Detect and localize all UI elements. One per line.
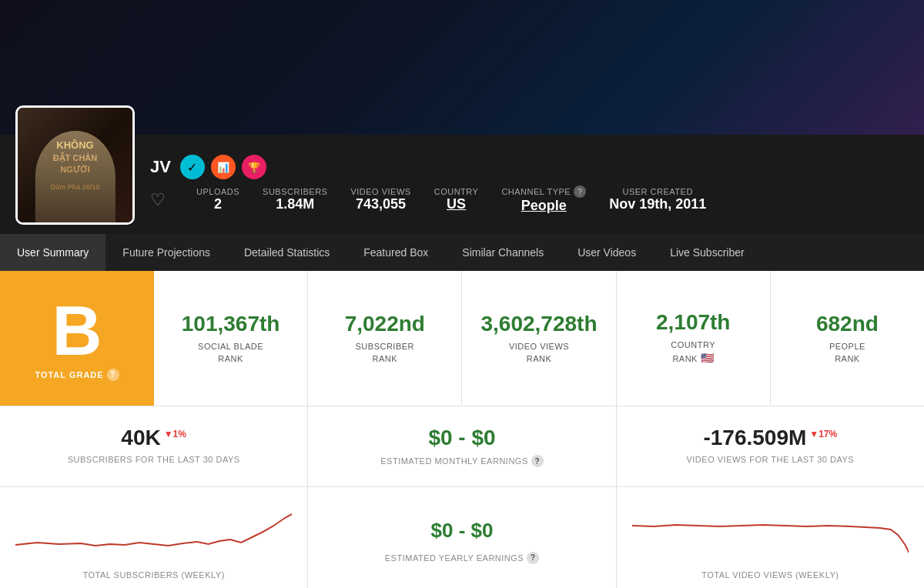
channel-icons: ✓ 📊 🏆 [180, 155, 266, 179]
rank-cells: 101,367th SOCIAL BLADERANK 7,022nd SUBSC… [154, 271, 924, 406]
verified-icon[interactable]: ✓ [180, 155, 205, 179]
video-views-30-days-card: -176.509M▼17% VIDEO VIEWS FOR THE LAST 3… [617, 406, 924, 486]
video-views-30-days-value: -176.509M▼17% [632, 426, 909, 450]
nav-detailed-statistics[interactable]: Detailed Statistics [227, 234, 346, 271]
content-area: B TOTAL GRADE ? 101,367th SOCIAL BLADERA… [0, 271, 924, 588]
video-views-weekly-title: TOTAL VIDEO VIEWS (WEEKLY) [632, 570, 909, 580]
subscribers-30-days-card: 40K▼1% SUBSCRIBERS FOR THE LAST 30 DAYS [0, 406, 308, 486]
channel-name: JV [150, 157, 171, 177]
yearly-earnings-label: ESTIMATED YEARLY EARNINGS ? [385, 552, 539, 564]
country-rank-value: 2,107th [656, 310, 731, 335]
people-rank-value: 682nd [816, 312, 879, 336]
video-views-rank-label: VIDEO VIEWSRANK [509, 341, 569, 365]
nav-live-subscriber[interactable]: Live Subscriber [653, 234, 762, 271]
social-blade-rank-value: 101,367th [182, 312, 280, 336]
estimated-monthly-earnings-label: ESTIMATED MONTHLY EARNINGS ? [323, 455, 600, 467]
banner-overlay [0, 0, 924, 135]
charts-row: TOTAL SUBSCRIBERS (WEEKLY) $0 - $0 ESTIM… [0, 487, 924, 588]
social-blade-rank-label: SOCIAL BLADERANK [198, 341, 263, 365]
video-views-30-days-label: VIDEO VIEWS FOR THE LAST 30 DAYS [632, 455, 909, 464]
subscriber-rank-value: 7,022nd [345, 312, 425, 336]
rank-cell-country: 2,107th COUNTRY RANK 🇺🇸 [617, 271, 771, 406]
subscribers-weekly-chart: TOTAL SUBSCRIBERS (WEEKLY) [0, 487, 308, 588]
rank-cell-video-views: 3,602,728th VIDEO VIEWSRANK [462, 271, 616, 406]
video-views-rank-value: 3,602,728th [481, 312, 598, 336]
heart-icon[interactable]: ♡ [150, 190, 166, 210]
stats-row: UPLOADS 2 SUBSCRIBERS 1.84M VIDEO VIEWS … [196, 185, 706, 214]
country-rank-label: COUNTRY RANK 🇺🇸 [671, 339, 715, 366]
yearly-earnings-card: $0 - $0 ESTIMATED YEARLY EARNINGS ? [308, 487, 616, 588]
nav-user-videos[interactable]: User Videos [561, 234, 653, 271]
channel-type-question[interactable]: ? [574, 185, 586, 198]
rank-cell-social-blade: 101,367th SOCIAL BLADERANK [154, 271, 308, 406]
award-icon[interactable]: 🏆 [242, 155, 266, 179]
country-stat: COUNTRY US [434, 187, 479, 212]
earnings-question-icon[interactable]: ? [531, 455, 544, 467]
yearly-earnings-question-icon[interactable]: ? [527, 552, 539, 564]
subscribers-line-chart [15, 503, 292, 564]
channel-type-stat: CHANNEL TYPE ? People [501, 185, 586, 214]
profile-bar: KHÔNG ĐẶT CHÂN NGƯỜI Dám Phá 26/10 JV ✓ … [0, 135, 924, 234]
subscribers-30-days-label: SUBSCRIBERS FOR THE LAST 30 DAYS [15, 455, 292, 464]
nav-featured-box[interactable]: Featured Box [346, 234, 445, 271]
nav-future-projections[interactable]: Future Projections [105, 234, 227, 271]
subscribers-weekly-title: TOTAL SUBSCRIBERS (WEEKLY) [15, 570, 292, 580]
nav-bar: User Summary Future Projections Detailed… [0, 234, 924, 271]
video-views-weekly-chart: TOTAL VIDEO VIEWS (WEEKLY) [617, 487, 924, 588]
stats-icon[interactable]: 📊 [211, 155, 236, 179]
subscriber-rank-label: SUBSCRIBERRANK [356, 341, 415, 365]
grade-label: TOTAL GRADE ? [35, 369, 119, 381]
nav-similar-channels[interactable]: Similar Channels [445, 234, 561, 271]
channel-avatar: KHÔNG ĐẶT CHÂN NGƯỜI Dám Phá 26/10 [15, 105, 135, 225]
rank-cell-subscriber: 7,022nd SUBSCRIBERRANK [308, 271, 462, 406]
people-rank-label: PEOPLERANK [829, 341, 865, 365]
rank-cell-people: 682nd PEOPLERANK [771, 271, 924, 406]
estimated-monthly-earnings-card: $0 - $0 ESTIMATED MONTHLY EARNINGS ? [308, 406, 616, 486]
video-views-stat: VIDEO VIEWS 743,055 [350, 187, 410, 212]
nav-user-summary[interactable]: User Summary [0, 234, 105, 271]
channel-banner [0, 0, 924, 135]
channel-info: JV ✓ 📊 🏆 [150, 155, 909, 179]
country-flag-icon: 🇺🇸 [701, 352, 715, 364]
grade-letter: B [52, 296, 102, 366]
yearly-earnings-value: $0 - $0 [431, 519, 494, 543]
estimated-monthly-earnings-value: $0 - $0 [323, 426, 600, 450]
ranks-row: B TOTAL GRADE ? 101,367th SOCIAL BLADERA… [0, 271, 924, 406]
uploads-stat: UPLOADS 2 [196, 187, 239, 212]
video-views-line-chart [632, 503, 909, 564]
user-created-stat: USER CREATED Nov 19th, 2011 [609, 187, 706, 212]
stats-cards: 40K▼1% SUBSCRIBERS FOR THE LAST 30 DAYS … [0, 406, 924, 487]
grade-box: B TOTAL GRADE ? [0, 271, 154, 406]
subscribers-stat: SUBSCRIBERS 1.84M [263, 187, 327, 212]
subscribers-30-days-value: 40K▼1% [15, 426, 292, 450]
grade-question-icon[interactable]: ? [107, 369, 119, 381]
